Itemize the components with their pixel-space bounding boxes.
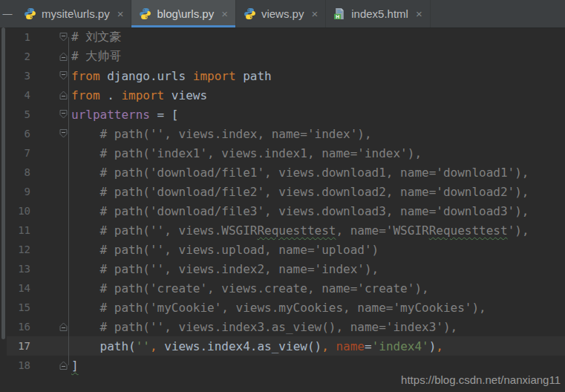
dash-icon: —	[3, 8, 13, 19]
code-token: # path('download/file2', views.download2…	[71, 185, 529, 199]
code-token: import	[193, 69, 236, 83]
code-text: # path('download/file1', views.download1…	[71, 166, 565, 180]
tab-mysite-urls-py[interactable]: mysite\urls.py ×	[16, 0, 131, 27]
code-token: ]	[71, 359, 79, 373]
editor-tab-bar: — mysite\urls.py × blog\urls.py ×	[0, 0, 565, 28]
line-number[interactable]: 10	[7, 205, 30, 217]
code-line-7[interactable]: 7 # path('index1', views.index1, name='i…	[7, 143, 565, 163]
gutter-fold-column	[30, 124, 71, 143]
code-line-2[interactable]: 2# 大帅哥	[7, 47, 565, 66]
line-number[interactable]: 15	[7, 301, 30, 313]
code-token: # 大帅哥	[71, 49, 121, 63]
code-line-9[interactable]: 9 # path('download/file2', views.downloa…	[7, 182, 565, 201]
code-token: Requesttest	[257, 223, 336, 238]
line-number[interactable]: 8	[7, 166, 30, 178]
line-number[interactable]: 17	[7, 340, 30, 352]
code-text: # path('', views.upload, name='upload')	[71, 243, 565, 257]
code-token: # path('download/file1', views.download1…	[71, 166, 529, 180]
fold-collapse-icon[interactable]	[59, 110, 68, 119]
gutter-fold-column	[30, 201, 71, 220]
fold-collapse-icon[interactable]	[59, 71, 68, 80]
tab-label: blog\urls.py	[157, 7, 214, 20]
fold-collapse-icon[interactable]	[59, 129, 68, 138]
close-icon[interactable]: ×	[117, 8, 124, 19]
code-token: )	[429, 339, 437, 353]
watermark-url: https://blog.csdn.net/nanxiang11	[401, 373, 561, 386]
line-number[interactable]: 4	[7, 89, 30, 101]
code-line-4[interactable]: 4from . import views	[7, 85, 565, 105]
code-line-17[interactable]: 17 path('', views.index4.as_view(), name…	[7, 336, 565, 356]
line-number[interactable]: 11	[7, 224, 30, 236]
code-line-10[interactable]: 10 # path('download/file3', views.downlo…	[7, 201, 565, 220]
code-token: django.urls	[100, 69, 193, 83]
code-line-16[interactable]: 16 # path('', views.index3.as_view(), na…	[7, 317, 565, 336]
line-number[interactable]: 1	[7, 31, 30, 43]
code-line-6[interactable]: 6 # path('', views.index, name='index'),	[7, 124, 565, 143]
line-number[interactable]: 3	[7, 70, 30, 82]
code-line-15[interactable]: 15 # path('myCookie', views.myCookies, n…	[7, 298, 565, 317]
line-number[interactable]: 14	[7, 282, 30, 294]
fold-end-icon[interactable]	[59, 91, 68, 99]
gutter-fold-column	[30, 336, 71, 356]
left-tool-strip	[0, 27, 7, 392]
code-token: =	[365, 339, 372, 353]
fold-end-icon[interactable]	[59, 361, 68, 370]
code-text: urlpatterns = [	[71, 108, 565, 122]
line-number[interactable]: 18	[7, 359, 30, 371]
gutter-fold-column	[30, 163, 71, 182]
code-token: ,	[321, 339, 329, 353]
code-line-11[interactable]: 11 # path('', views.WSGIRRequesttest, na…	[7, 220, 565, 240]
code-token: # path('', views.index3.as_view(), name=…	[71, 320, 457, 334]
code-text: # path('download/file2', views.download2…	[71, 185, 565, 199]
scrollbar-thumb[interactable]	[1, 27, 5, 339]
code-line-14[interactable]: 14 # path('create', views.create, name='…	[7, 278, 565, 298]
line-number[interactable]: 2	[7, 50, 30, 62]
gutter-fold-column	[30, 317, 71, 336]
tab-blog-urls-py[interactable]: blog\urls.py ×	[131, 0, 235, 27]
code-line-13[interactable]: 13 # path('', views.index2, name='index'…	[7, 259, 565, 278]
fold-guide-line	[68, 37, 69, 365]
code-line-8[interactable]: 8 # path('download/file1', views.downloa…	[7, 163, 565, 182]
code-editor[interactable]: 1# 刘文豪2# 大帅哥3from django.urls import pat…	[7, 27, 565, 392]
close-icon[interactable]: ×	[311, 8, 318, 19]
code-line-12[interactable]: 12 # path('', views.upload, name='upload…	[7, 240, 565, 259]
gutter-fold-column	[30, 85, 71, 105]
code-text: # 刘文豪	[71, 30, 565, 45]
python-file-icon	[139, 7, 151, 20]
code-token: # path('', views.WSGIR	[71, 223, 257, 238]
gutter-fold-column	[30, 220, 71, 240]
code-line-3[interactable]: 3from django.urls import path	[7, 66, 565, 85]
fold-collapse-icon[interactable]	[59, 33, 68, 42]
code-token: # path('index1', views.index1, name='ind…	[71, 146, 422, 160]
code-token: ''	[136, 339, 150, 353]
code-line-5[interactable]: 5urlpatterns = [	[7, 105, 565, 124]
code-text: # path('download/file3', views.download3…	[71, 204, 565, 218]
gutter-fold-column	[30, 356, 71, 375]
fold-end-icon[interactable]	[59, 322, 68, 331]
gutter-fold-column	[30, 259, 71, 278]
code-token: '),	[508, 223, 529, 238]
line-number[interactable]: 13	[7, 263, 30, 275]
gutter-fold-column	[30, 27, 71, 47]
tab-index5-html[interactable]: H index5.html ×	[326, 0, 430, 27]
editor-rows: 1# 刘文豪2# 大帅哥3from django.urls import pat…	[7, 27, 565, 375]
code-line-18[interactable]: 18]	[7, 356, 565, 375]
close-icon[interactable]: ×	[221, 8, 228, 19]
code-token: # path('create', views.create, name='cre…	[71, 281, 429, 295]
line-number[interactable]: 12	[7, 244, 30, 255]
tool-window-collapse-handle[interactable]: —	[0, 0, 15, 27]
code-line-1[interactable]: 1# 刘文豪	[7, 27, 565, 47]
tab-views-py[interactable]: views.py ×	[236, 0, 326, 27]
fold-end-icon[interactable]	[59, 52, 68, 61]
gutter-fold-column	[30, 47, 71, 66]
code-token: path(	[71, 339, 136, 353]
close-icon[interactable]: ×	[416, 8, 422, 19]
line-number[interactable]: 9	[7, 186, 30, 197]
line-number[interactable]: 7	[7, 147, 30, 159]
line-number[interactable]: 6	[7, 128, 30, 140]
tab-label: views.py	[261, 7, 304, 20]
code-token: 'index4'	[372, 339, 429, 353]
line-number[interactable]: 16	[7, 321, 30, 333]
python-file-icon	[244, 7, 256, 20]
line-number[interactable]: 5	[7, 108, 30, 120]
